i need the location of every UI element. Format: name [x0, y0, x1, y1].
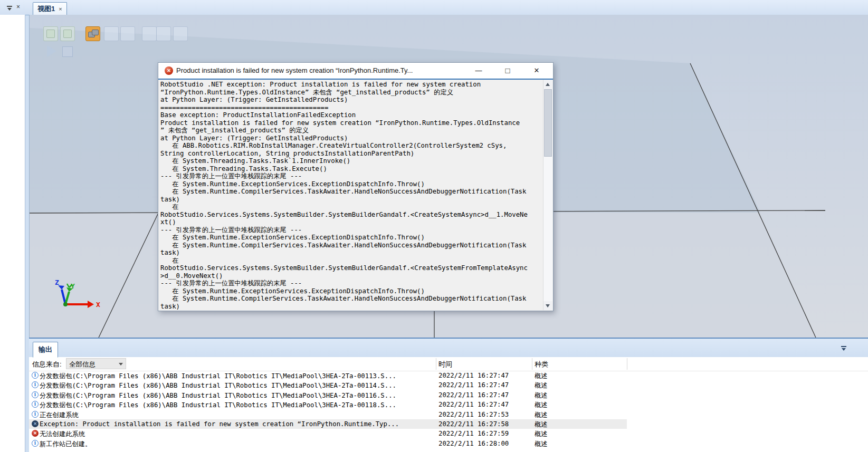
panel-collapse-icon[interactable] — [6, 6, 13, 11]
column-header-type[interactable]: 种类 — [535, 360, 548, 369]
log-message: 分发数据包(C:\Program Files (x86)\ABB Industr… — [40, 372, 396, 381]
error-dialog-titlebar[interactable]: ✕ Product installation is failed for new… — [158, 63, 553, 80]
dialog-scrollbar[interactable] — [543, 80, 552, 310]
severity-icon: i — [32, 381, 39, 388]
fit-view-icon[interactable] — [60, 26, 75, 41]
zoom-extents-icon[interactable] — [43, 26, 58, 41]
log-time: 2022/2/11 16:27:47 — [438, 391, 509, 399]
output-header-row: 信息来自: 全部信息 时间 种类 — [29, 357, 868, 371]
view-objects-icon[interactable] — [85, 26, 100, 41]
collapse-panel-icon[interactable] — [841, 346, 847, 351]
output-panel: 输出 信息来自: 全部信息 时间 种类 i 分发数据包(C:\Program — [29, 338, 868, 452]
move-arrow-icon[interactable] — [156, 26, 171, 41]
frame-snap-icon[interactable] — [142, 26, 157, 41]
log-message: 无法创建此系统 — [40, 430, 85, 439]
minimize-button[interactable]: — — [469, 65, 488, 76]
error-dialog-title: Product installation is failed for new s… — [176, 66, 413, 74]
log-row[interactable]: ✕ Exception: Product installation is fai… — [29, 419, 627, 429]
error-ball-icon: ✕ — [165, 66, 173, 75]
column-separator — [627, 358, 627, 370]
log-time: 2022/2/11 16:27:59 — [438, 430, 509, 437]
dropdown-selected-value: 全部信息 — [69, 360, 96, 369]
log-message: 分发数据包(C:\Program Files (x86)\ABB Industr… — [40, 381, 396, 390]
tab-view1[interactable]: 视图1 × — [33, 2, 67, 15]
scrollbar-thumb[interactable] — [544, 89, 552, 157]
column-separator — [436, 358, 436, 370]
severity-icon: i — [32, 411, 39, 418]
close-button[interactable]: ✕ — [527, 65, 546, 76]
output-tabbar: 输出 — [29, 339, 868, 358]
log-type: 概述 — [535, 372, 548, 381]
log-message: 分发数据包(C:\Program Files (x86)\ABB Industr… — [40, 391, 396, 400]
tab-output-label: 输出 — [39, 345, 52, 354]
tab-view1-label: 视图1 — [37, 4, 55, 14]
scroll-up-icon[interactable] — [543, 80, 552, 89]
output-body: 信息来自: 全部信息 时间 种类 i 分发数据包(C:\Program File… — [29, 357, 868, 452]
log-type: 概述 — [535, 391, 548, 400]
stop-simulation-icon[interactable] — [62, 46, 73, 57]
severity-icon: i — [32, 391, 39, 398]
log-row[interactable]: i 分发数据包(C:\Program Files (x86)\ABB Indus… — [29, 380, 627, 390]
log-type: 概述 — [535, 381, 548, 390]
axis-z-label: Z — [55, 278, 59, 286]
severity-icon: ✕ — [32, 430, 39, 437]
log-message: Exception: Product installation is faile… — [40, 420, 399, 428]
snap-mode-icon[interactable] — [120, 26, 135, 41]
log-message: 分发数据包(C:\Program Files (x86)\ABB Industr… — [40, 401, 396, 410]
column-separator — [532, 358, 532, 370]
log-row[interactable]: i 分发数据包(C:\Program Files (x86)\ABB Indus… — [29, 371, 627, 380]
chevron-down-icon — [119, 363, 123, 366]
severity-icon: i — [32, 401, 39, 408]
log-message: 新工作站已创建。 — [40, 440, 91, 449]
maximize-button[interactable]: □ — [498, 65, 517, 76]
axis-y-label: Y — [71, 282, 75, 290]
left-docked-panel — [0, 15, 25, 452]
column-header-time[interactable]: 时间 — [438, 360, 452, 369]
severity-icon: ✕ — [32, 420, 39, 427]
play-simulation-icon[interactable] — [47, 45, 56, 57]
log-type: 概述 — [535, 401, 548, 410]
log-time: 2022/2/11 16:27:53 — [438, 411, 509, 418]
axis-x-label: X — [96, 301, 100, 309]
exception-stacktrace-text[interactable]: RobotStudio .NET exception: Product inst… — [158, 80, 543, 311]
grid-snap-icon[interactable] — [104, 26, 119, 41]
severity-icon: i — [32, 440, 39, 447]
log-time: 2022/2/11 16:27:47 — [438, 372, 509, 379]
log-row[interactable]: i 新工作站已创建。 2022/2/11 16:28:00 概述 — [29, 439, 627, 448]
log-message: 正在创建系统 — [40, 411, 79, 420]
log-type: 概述 — [535, 411, 548, 420]
log-time: 2022/2/11 16:28:00 — [438, 440, 509, 447]
log-type: 概述 — [535, 430, 548, 439]
log-type: 概述 — [535, 420, 548, 429]
log-row[interactable]: ✕ 无法创建此系统 2022/2/11 16:27:59 概述 — [29, 429, 627, 438]
scroll-down-icon[interactable] — [543, 301, 552, 310]
error-dialog: ✕ Product installation is failed for new… — [158, 62, 554, 311]
severity-icon: i — [32, 372, 39, 379]
tab-output[interactable]: 输出 — [33, 342, 58, 358]
log-row[interactable]: i 分发数据包(C:\Program Files (x86)\ABB Indus… — [29, 390, 627, 400]
measure-icon[interactable] — [173, 26, 188, 41]
log-time: 2022/2/11 16:27:47 — [438, 381, 509, 389]
filter-label: 信息来自: — [32, 360, 62, 369]
log-type: 概述 — [535, 440, 548, 449]
panel-close-icon[interactable]: × — [16, 3, 20, 11]
robotstudio-window: × 视图1 × — [0, 0, 868, 452]
message-source-dropdown[interactable]: 全部信息 — [66, 358, 126, 369]
log-time: 2022/2/11 16:27:58 — [438, 420, 509, 428]
log-row[interactable]: i 正在创建系统 2022/2/11 16:27:53 概述 — [29, 410, 627, 419]
output-rows: i 分发数据包(C:\Program Files (x86)\ABB Indus… — [29, 371, 868, 448]
document-tabbar: × 视图1 × — [0, 0, 868, 15]
log-row[interactable]: i 分发数据包(C:\Program Files (x86)\ABB Indus… — [29, 400, 627, 409]
tab-view1-close-icon[interactable]: × — [59, 6, 62, 12]
log-time: 2022/2/11 16:27:47 — [438, 401, 509, 408]
